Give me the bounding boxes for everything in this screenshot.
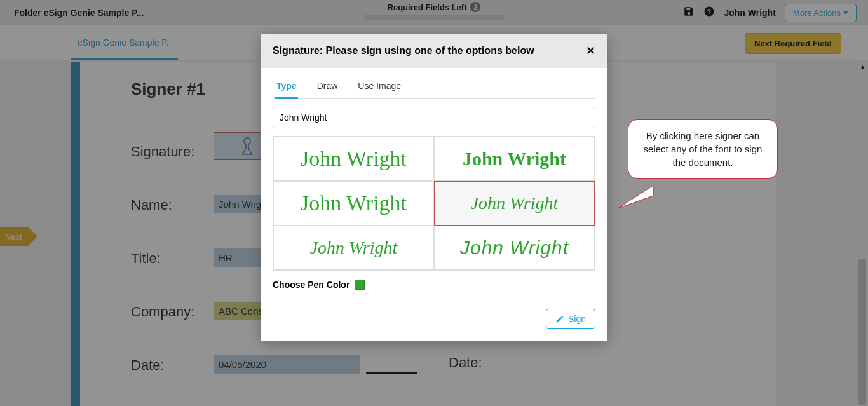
- signature-option-2[interactable]: John Wright: [434, 137, 595, 181]
- modal-header: Signature: Please sign using one of the …: [261, 34, 607, 68]
- sign-button[interactable]: Sign: [546, 309, 595, 329]
- signature-option-5[interactable]: John Wright: [273, 226, 434, 270]
- pen-color-swatch[interactable]: [355, 280, 365, 290]
- pen-color-label: Choose Pen Color: [273, 280, 349, 290]
- tab-type[interactable]: Type: [275, 76, 298, 99]
- sign-button-label: Sign: [568, 314, 586, 324]
- signature-option-4[interactable]: John Wright: [434, 181, 595, 226]
- tab-draw[interactable]: Draw: [316, 76, 339, 98]
- signature-font-grid: John Wright John Wright John Wright John…: [273, 136, 595, 271]
- signature-option-1[interactable]: John Wright: [273, 137, 434, 181]
- close-icon[interactable]: ✕: [586, 44, 595, 58]
- signature-name-input[interactable]: [273, 107, 595, 128]
- modal-title: Signature: Please sign using one of the …: [273, 45, 534, 57]
- signature-modal: Signature: Please sign using one of the …: [261, 34, 607, 341]
- tab-use-image[interactable]: Use Image: [356, 76, 402, 98]
- modal-footer: Sign: [261, 301, 607, 341]
- callout-pointer: [616, 184, 654, 210]
- signature-option-3[interactable]: John Wright: [273, 181, 434, 226]
- pen-color-row: Choose Pen Color: [273, 280, 595, 290]
- signature-option-6[interactable]: John Wright: [434, 226, 595, 270]
- pencil-icon: [555, 315, 564, 323]
- callout-annotation: By clicking here signer can select any o…: [628, 119, 778, 179]
- signature-tabs: Type Draw Use Image: [273, 76, 595, 99]
